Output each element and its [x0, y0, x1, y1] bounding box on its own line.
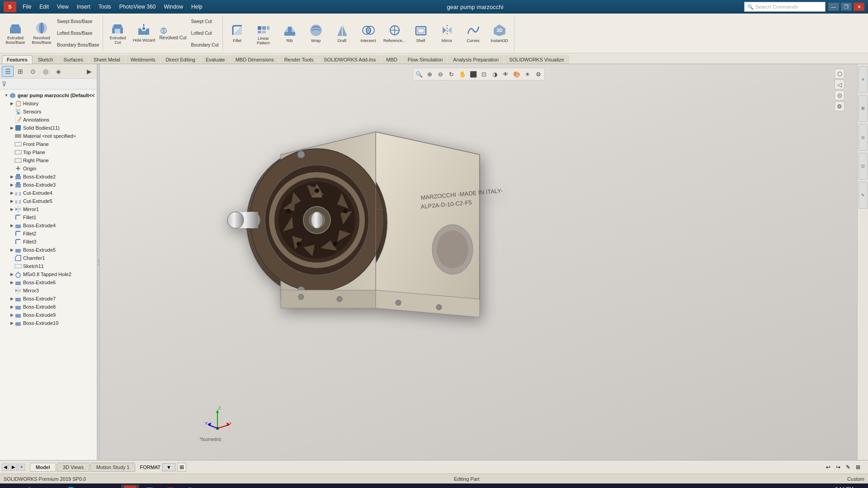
lofted-boss-button[interactable]: Lofted Boss/Base — [55, 30, 101, 37]
menu-window[interactable]: Window — [160, 3, 187, 11]
zoom-out-btn[interactable]: ⊖ — [436, 69, 446, 79]
feature-manager-btn[interactable]: ☰ — [2, 66, 14, 77]
search-taskbar-btn[interactable]: 🔍 — [22, 484, 40, 488]
zoom-in-btn[interactable]: ⊕ — [425, 69, 435, 79]
root-expander[interactable]: ▼ — [4, 93, 9, 98]
close-button[interactable]: ✕ — [854, 3, 864, 11]
tree-fillet3[interactable]: Fillet3 — [0, 238, 97, 246]
view-settings-btn[interactable]: ⚙ — [533, 69, 543, 79]
tree-fillet2[interactable]: Fillet2 — [0, 230, 97, 238]
tab-sw-addins[interactable]: SOLIDWORKS Add-Ins — [319, 55, 381, 64]
view-selector-btn[interactable]: ⬛ — [468, 69, 478, 79]
tab-sheet-metal[interactable]: Sheet Metal — [89, 55, 125, 64]
menu-insert[interactable]: Insert — [73, 3, 94, 11]
tree-boss-extrude8[interactable]: ▶ Boss-Extrude8 — [0, 303, 97, 311]
right-panel-btn-1[interactable]: ≡ — [859, 66, 868, 93]
chrome-btn[interactable]: 🌍 — [181, 484, 199, 488]
tab-render-tools[interactable]: Render Tools — [279, 55, 319, 64]
expand-panel-btn[interactable]: ▶ — [83, 66, 95, 77]
display-manager-btn[interactable]: ◈ — [52, 66, 64, 77]
previous-view-btn[interactable]: ◁ — [835, 80, 844, 89]
tree-right-plane[interactable]: Right Plane — [0, 156, 97, 164]
right-panel-btn-5[interactable]: ✎ — [859, 182, 868, 209]
tree-boss-extrude6[interactable]: ▶ Boss-Extrude6 — [0, 278, 97, 286]
add-sheet-btn[interactable]: + — [18, 464, 25, 471]
extruded-boss-base-button[interactable]: Extruded Boss/Base — [3, 15, 28, 51]
tab-analysis-preparation[interactable]: Analysis Preparation — [448, 55, 504, 64]
linear-pattern-button[interactable]: Linear Pattern — [251, 15, 276, 51]
edit-appearance-btn[interactable]: 🎨 — [512, 69, 522, 79]
right-panel-btn-4[interactable]: ⊡ — [859, 153, 868, 180]
intersect-button[interactable]: Intersect — [356, 15, 381, 51]
start-button[interactable]: ⊞ — [2, 484, 20, 488]
tree-cut-extrude5[interactable]: ▶ Cut-Extrude5 — [0, 197, 97, 205]
boundary-boss-button[interactable]: Boundary Boss/Base — [55, 42, 101, 48]
redo-btn[interactable]: ↪ — [834, 463, 843, 472]
curves-button[interactable]: Curves — [461, 15, 486, 51]
tree-material[interactable]: Material <not specified> — [0, 132, 97, 140]
pan-btn[interactable]: ✋ — [458, 69, 467, 79]
undo-btn[interactable]: ↩ — [824, 463, 833, 472]
taskbar-clock[interactable]: 8:14 PM 4/4/2020 — [834, 486, 854, 488]
zoom-to-fit-btn[interactable]: 🔍 — [414, 69, 424, 79]
tree-cut-extrude4[interactable]: ▶ Cut-Extrude4 — [0, 189, 97, 197]
tree-boss-extrude10[interactable]: ▶ Boss-Extrude10 — [0, 319, 97, 327]
tree-origin[interactable]: ✛ Origin — [0, 164, 97, 173]
tab-evaluate[interactable]: Evaluate — [201, 55, 230, 64]
menu-view[interactable]: View — [53, 3, 72, 11]
table-btn[interactable]: ⊞ — [854, 463, 863, 472]
section-view-btn[interactable]: ⊡ — [479, 69, 489, 79]
property-manager-btn[interactable]: ⊞ — [14, 66, 26, 77]
hole-wizard-button[interactable]: Hole Wizard — [131, 15, 156, 51]
tree-solid-bodies[interactable]: ▶ Solid Bodies(11) — [0, 124, 97, 132]
bottom-tab-3dviews[interactable]: 3D Views — [57, 463, 90, 472]
solidworks-taskbar-btn[interactable]: S — [121, 484, 139, 488]
tab-sketch[interactable]: Sketch — [33, 55, 58, 64]
shell-button[interactable]: Shell — [408, 15, 434, 51]
format-button[interactable]: ▼ — [162, 463, 175, 471]
instant3d-button[interactable]: 3D Instant3D — [487, 15, 512, 51]
acrobat-btn[interactable]: 📄 — [141, 484, 159, 488]
draft-button[interactable]: Draft — [330, 15, 355, 51]
tree-boss-extrude9[interactable]: ▶ Boss-Extrude9 — [0, 311, 97, 319]
swept-boss-button[interactable]: Swept Boss/Base — [55, 18, 101, 25]
scroll-right-btn[interactable]: ▶ — [10, 464, 17, 471]
menu-photoview[interactable]: PhotoView 360 — [116, 3, 160, 11]
revolved-boss-base-button[interactable]: Revolved Boss/Base — [29, 15, 54, 51]
material-expander[interactable] — [9, 133, 14, 139]
right-panel-btn-2[interactable]: ⊞ — [859, 95, 868, 122]
tree-sensors[interactable]: 📡 Sensors — [0, 108, 97, 116]
fillet-button[interactable]: Fillet — [225, 15, 250, 51]
tree-front-plane[interactable]: Front Plane — [0, 140, 97, 148]
reference-button[interactable]: Reference... — [382, 15, 407, 51]
sensors-expander[interactable] — [9, 109, 14, 114]
maximize-button[interactable]: ❐ — [841, 3, 852, 11]
email-btn[interactable]: 📧 — [101, 484, 119, 488]
dim-expert-btn[interactable]: ◎ — [40, 66, 52, 77]
extruded-cut-button[interactable]: Extruded Cut — [105, 15, 130, 51]
tab-direct-editing[interactable]: Direct Editing — [160, 55, 200, 64]
tree-annotations[interactable]: 📝 Annotations — [0, 116, 97, 124]
right-panel-btn-3[interactable]: ◎ — [859, 124, 868, 151]
tab-mbd[interactable]: MBD — [381, 55, 402, 64]
annotate-btn[interactable]: ✎ — [844, 463, 853, 472]
feature-tree[interactable]: ▼ gear pump marzocchi (Default<< ▶ 📋 His… — [0, 89, 97, 460]
revolved-cut-button[interactable]: Revolved Cut — [157, 25, 188, 41]
annotations-expander[interactable] — [9, 117, 14, 122]
minimize-button[interactable]: — — [828, 3, 839, 11]
tree-boss-extrude3[interactable]: ▶ Boss-Extrude3 — [0, 181, 97, 189]
scroll-left-btn[interactable]: ◀ — [2, 464, 9, 471]
swept-cut-button[interactable]: Swept Cut — [189, 18, 220, 25]
tree-mirror3[interactable]: Mirror3 — [0, 286, 97, 295]
tree-mirror1[interactable]: ▶ Mirror1 — [0, 205, 97, 213]
tree-boss-extrude4[interactable]: ▶ Boss-Extrude4 — [0, 221, 97, 230]
bottom-tab-motion-study[interactable]: Motion Study 1 — [90, 463, 135, 472]
zoom-real-btn[interactable]: ⊙ — [835, 90, 844, 100]
outlook-btn[interactable]: 📮 — [161, 484, 179, 488]
menu-edit[interactable]: Edit — [36, 3, 52, 11]
tab-mbd-dimensions[interactable]: MBD Dimensions — [231, 55, 279, 64]
tree-sketch11[interactable]: Sketch11 — [0, 262, 97, 270]
boundary-cut-button[interactable]: Boundary Cut — [189, 42, 220, 48]
menu-file[interactable]: File — [19, 3, 35, 11]
apply-scene-btn[interactable]: ☀ — [523, 69, 533, 79]
